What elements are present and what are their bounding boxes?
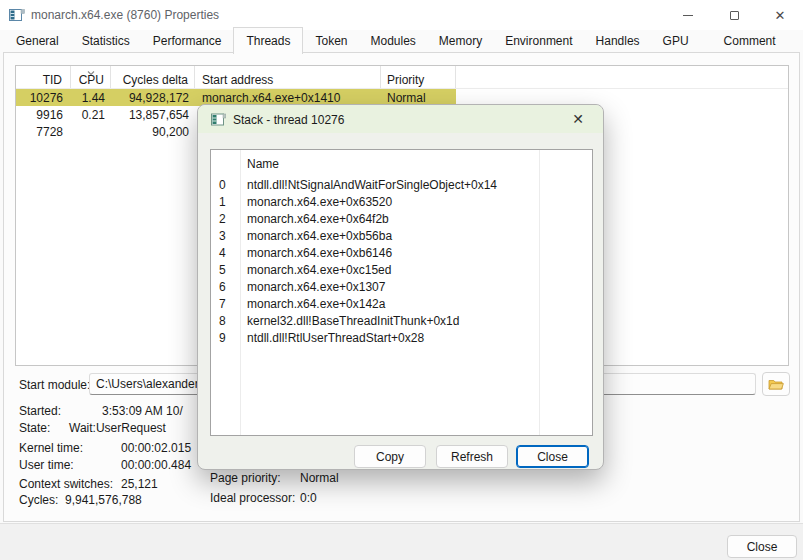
properties-window: monarch.x64.exe (8760) Properties ✕ Gene… bbox=[0, 0, 803, 560]
close-icon: ✕ bbox=[775, 9, 786, 22]
stack-dialog: Stack - thread 10276 ✕ Name 0ntdll.dll!N… bbox=[197, 104, 604, 470]
frame-name: monarch.x64.exe+0x63520 bbox=[247, 195, 392, 209]
kernel-time-label: Kernel time: bbox=[19, 441, 83, 455]
maximize-icon bbox=[730, 11, 739, 20]
stack-dialog-close-button[interactable]: ✕ bbox=[563, 108, 593, 130]
frame-name: monarch.x64.exe+0x64f2b bbox=[247, 212, 389, 226]
cell-start-address: monarch.x64.exe+0x1410 bbox=[195, 91, 381, 105]
stack-name-column-header[interactable]: Name bbox=[247, 157, 279, 171]
ideal-processor-label: Ideal processor: bbox=[210, 491, 295, 505]
tab-memory[interactable]: Memory bbox=[428, 29, 493, 53]
start-module-label: Start module: bbox=[19, 378, 90, 392]
stack-dialog-titlebar: Stack - thread 10276 ✕ bbox=[198, 105, 603, 133]
footer: Close bbox=[0, 523, 803, 560]
frame-index: 0 bbox=[219, 178, 226, 192]
refresh-button[interactable]: Refresh bbox=[436, 445, 508, 468]
close-icon: ✕ bbox=[572, 111, 584, 127]
sort-descending-icon bbox=[86, 66, 96, 79]
started-label: Started: bbox=[19, 404, 61, 418]
state-label: State: bbox=[19, 421, 50, 435]
frame-index: 9 bbox=[219, 331, 226, 345]
cycles-value: 9,941,576,788 bbox=[65, 493, 142, 507]
frame-index: 5 bbox=[219, 263, 226, 277]
frame-index: 4 bbox=[219, 246, 226, 260]
started-value: 3:53:09 AM 10/ bbox=[102, 404, 183, 418]
frame-index: 1 bbox=[219, 195, 226, 209]
frame-name: ntdll.dll!RtlUserThreadStart+0x28 bbox=[247, 331, 424, 345]
frame-index: 8 bbox=[219, 314, 226, 328]
maximize-button[interactable] bbox=[711, 0, 757, 30]
cell-cpu: 0.21 bbox=[71, 108, 111, 122]
column-header-priority[interactable]: Priority bbox=[381, 66, 456, 88]
tab-handles[interactable]: Handles bbox=[585, 29, 651, 53]
state-value: Wait:UserRequest bbox=[69, 421, 166, 435]
user-time-value: 00:00:00.484 bbox=[121, 458, 191, 472]
cell-cycles-delta: 90,200 bbox=[111, 125, 195, 139]
thread-list-header: TID CPU Cycles delta Start address Prior… bbox=[16, 66, 788, 89]
stack-dialog-title: Stack - thread 10276 bbox=[233, 113, 344, 127]
frame-name: monarch.x64.exe+0x142a bbox=[247, 297, 385, 311]
tab-threads[interactable]: Threads bbox=[233, 27, 303, 54]
titlebar: monarch.x64.exe (8760) Properties ✕ bbox=[0, 0, 803, 30]
ideal-processor-value: 0:0 bbox=[300, 491, 317, 505]
user-time-label: User time: bbox=[19, 458, 74, 472]
context-switches-label: Context switches: bbox=[19, 477, 113, 491]
column-header-filler bbox=[456, 66, 788, 88]
cell-tid: 10276 bbox=[16, 91, 71, 105]
tab-bar: General Statistics Performance Threads T… bbox=[5, 30, 788, 53]
cell-tid: 7728 bbox=[16, 125, 71, 139]
frame-name: ntdll.dll!NtSignalAndWaitForSingleObject… bbox=[247, 178, 497, 192]
frame-index: 7 bbox=[219, 297, 226, 311]
column-divider bbox=[240, 150, 241, 435]
frame-name: monarch.x64.exe+0xb6146 bbox=[247, 246, 392, 260]
tab-token[interactable]: Token bbox=[304, 29, 358, 53]
frame-index: 3 bbox=[219, 229, 226, 243]
tab-gpu[interactable]: GPU bbox=[652, 29, 700, 53]
close-properties-button[interactable]: Close bbox=[727, 535, 797, 558]
stack-frame-list: Name 0ntdll.dll!NtSignalAndWaitForSingle… bbox=[210, 149, 593, 436]
page-priority-value: Normal bbox=[300, 471, 339, 485]
frame-index: 6 bbox=[219, 280, 226, 294]
column-header-cpu[interactable]: CPU bbox=[71, 66, 111, 88]
column-header-tid[interactable]: TID bbox=[16, 66, 71, 88]
cell-cycles-delta: 94,928,172 bbox=[111, 91, 195, 105]
window-title: monarch.x64.exe (8760) Properties bbox=[31, 8, 219, 22]
stack-dialog-icon bbox=[211, 113, 226, 129]
context-switches-value: 25,121 bbox=[121, 477, 158, 491]
stack-close-button[interactable]: Close bbox=[516, 445, 589, 468]
frame-index: 2 bbox=[219, 212, 226, 226]
frame-name: monarch.x64.exe+0xb56ba bbox=[247, 229, 392, 243]
cycles-label: Cycles: bbox=[19, 493, 58, 507]
tab-environment[interactable]: Environment bbox=[494, 29, 583, 53]
tab-comment[interactable]: Comment bbox=[713, 29, 787, 53]
tab-general[interactable]: General bbox=[5, 29, 70, 53]
minimize-icon bbox=[683, 15, 693, 16]
tab-modules[interactable]: Modules bbox=[359, 29, 426, 53]
column-header-start-address[interactable]: Start address bbox=[195, 66, 381, 88]
cell-tid: 9916 bbox=[16, 108, 71, 122]
cell-priority: Normal bbox=[381, 91, 456, 105]
cell-cpu: 1.44 bbox=[71, 91, 111, 105]
kernel-time-value: 00:00:02.015 bbox=[121, 441, 191, 455]
copy-button[interactable]: Copy bbox=[354, 445, 426, 468]
frame-name: monarch.x64.exe+0xc15ed bbox=[247, 263, 391, 277]
column-header-cycles-delta[interactable]: Cycles delta bbox=[111, 66, 195, 88]
column-divider bbox=[539, 150, 540, 435]
folder-icon bbox=[768, 378, 784, 391]
tab-performance[interactable]: Performance bbox=[142, 29, 233, 53]
start-module-value: C:\Users\alexander\D bbox=[96, 377, 211, 391]
page-priority-label: Page priority: bbox=[210, 471, 281, 485]
tab-statistics[interactable]: Statistics bbox=[71, 29, 141, 53]
cell-cycles-delta: 13,857,654 bbox=[111, 108, 195, 122]
minimize-button[interactable] bbox=[665, 0, 711, 30]
frame-name: kernel32.dll!BaseThreadInitThunk+0x1d bbox=[247, 314, 459, 328]
browse-module-button[interactable] bbox=[762, 372, 790, 396]
app-icon bbox=[9, 8, 25, 25]
close-window-button[interactable]: ✕ bbox=[757, 0, 803, 30]
frame-name: monarch.x64.exe+0x1307 bbox=[247, 280, 385, 294]
